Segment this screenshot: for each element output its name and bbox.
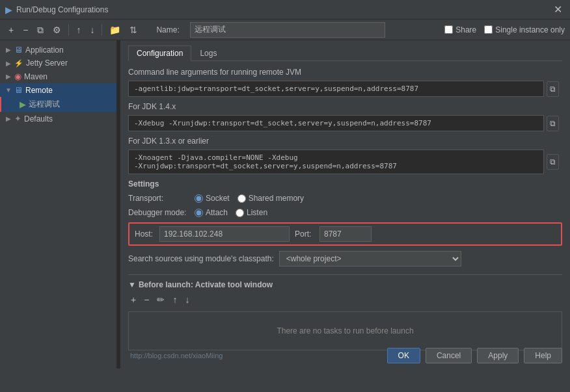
- jdk13-line1: -Xnoagent -Djava.compiler=NONE -Xdebug: [134, 153, 538, 162]
- help-button[interactable]: Help: [524, 348, 562, 363]
- port-label: Port:: [295, 229, 314, 239]
- host-label: Host:: [135, 229, 154, 239]
- move-up-button[interactable]: ↑: [73, 23, 84, 36]
- debugger-mode-radio-group: Attach Listen: [195, 208, 267, 217]
- settings-title: Settings: [128, 179, 562, 189]
- transport-shared-label[interactable]: Shared memory: [238, 194, 304, 203]
- bottom-buttons: OK Cancel Apply Help: [387, 348, 562, 363]
- classpath-select[interactable]: <whole project>: [279, 251, 461, 267]
- jdk14-value: -Xdebug -Xrunjdwp:transport=dt_socket,se…: [128, 115, 544, 131]
- jdk13-row: -Xnoagent -Djava.compiler=NONE -Xdebug -…: [128, 150, 562, 174]
- before-launch-add-button[interactable]: +: [128, 293, 139, 306]
- transport-socket-text: Socket: [206, 194, 230, 203]
- before-launch-toolbar: + − ✏ ↑ ↓: [128, 293, 562, 306]
- close-button[interactable]: ✕: [551, 3, 565, 16]
- debugger-listen-label[interactable]: Listen: [236, 208, 267, 217]
- before-launch-section: ▼ Before launch: Activate tool window + …: [128, 274, 562, 350]
- debugger-listen-text: Listen: [247, 208, 267, 217]
- jdk13-copy-button[interactable]: ⧉: [547, 154, 559, 170]
- cmd-args-title: Command line arguments for running remot…: [128, 68, 562, 77]
- debugger-attach-radio[interactable]: [195, 209, 203, 217]
- sort-button[interactable]: ⇅: [126, 23, 141, 36]
- jdk13-value: -Xnoagent -Djava.compiler=NONE -Xdebug -…: [128, 150, 544, 174]
- name-label: Name:: [156, 25, 179, 34]
- share-label[interactable]: Share: [444, 25, 476, 34]
- settings-config-button[interactable]: ⚙: [49, 23, 64, 36]
- add-config-button[interactable]: +: [5, 23, 17, 36]
- sidebar-item-remote-debug-label: 远程调试: [29, 99, 60, 110]
- folder-button[interactable]: 📁: [106, 23, 124, 36]
- no-tasks-message: There are no tasks to run before launch: [277, 326, 413, 335]
- settings-section: Settings Transport: Socket Shared memory: [128, 179, 562, 267]
- sidebar-item-maven-label: Maven: [24, 72, 48, 81]
- jdk14-row: -Xdebug -Xrunjdwp:transport=dt_socket,se…: [128, 115, 562, 131]
- tree-arrow-maven: ▶: [5, 73, 12, 80]
- jdk13-line2: -Xrunjdwp:transport=dt_socket,server=y,s…: [134, 162, 538, 170]
- jdk13-title: For JDK 1.3.x or earlier: [128, 137, 562, 146]
- debugger-attach-text: Attach: [206, 208, 228, 217]
- before-launch-title-text: Before launch: Activate tool window: [139, 280, 273, 289]
- sidebar-item-application[interactable]: ▶ 🖥 Application: [0, 43, 116, 57]
- transport-shared-radio[interactable]: [238, 194, 246, 203]
- window-title: Run/Debug Configurations: [16, 5, 551, 14]
- no-tasks-area: There are no tasks to run before launch: [128, 311, 562, 350]
- before-launch-up-button[interactable]: ↑: [170, 293, 180, 306]
- defaults-icon: ✦: [14, 114, 21, 124]
- sidebar-item-jetty-label: Jetty Server: [26, 59, 68, 68]
- name-input[interactable]: [190, 22, 385, 38]
- sidebar-item-maven[interactable]: ▶ ◉ Maven: [0, 70, 116, 83]
- debugger-mode-label: Debugger mode:: [128, 208, 187, 217]
- sidebar-item-defaults[interactable]: ▶ ✦ Defaults: [0, 112, 116, 125]
- before-launch-arrow: ▼: [128, 280, 136, 289]
- sidebar-item-remote-label: Remote: [25, 86, 53, 95]
- before-launch-title: ▼ Before launch: Activate tool window: [128, 280, 562, 289]
- share-checkbox[interactable]: [444, 25, 453, 34]
- debugger-listen-radio[interactable]: [236, 209, 244, 217]
- debugger-attach-label[interactable]: Attach: [195, 208, 228, 217]
- tree-arrow-defaults: ▶: [5, 115, 12, 122]
- single-instance-label[interactable]: Single instance only: [484, 25, 565, 34]
- tab-configuration[interactable]: Configuration: [128, 46, 191, 61]
- debugger-mode-row: Debugger mode: Attach Listen: [128, 208, 562, 217]
- before-launch-remove-button[interactable]: −: [141, 293, 152, 306]
- transport-socket-radio[interactable]: [195, 194, 203, 203]
- cmd-args-value: -agentlib:jdwp=transport=dt_socket,serve…: [128, 81, 544, 97]
- ok-button[interactable]: OK: [387, 348, 420, 363]
- share-section: Share Single instance only: [444, 25, 565, 34]
- title-icon: ▶: [5, 5, 12, 15]
- config-tabs: Configuration Logs: [128, 46, 562, 61]
- title-bar: ▶ Run/Debug Configurations ✕: [0, 0, 570, 20]
- classpath-row: Search sources using module's classpath:…: [128, 251, 562, 267]
- port-input[interactable]: [319, 226, 372, 242]
- application-icon: 🖥: [14, 45, 23, 55]
- main-content: ▶ 🖥 Application ▶ ⚡ Jetty Server ▶ ◉ Mav…: [0, 40, 570, 369]
- maven-icon: ◉: [14, 72, 21, 81]
- watermark: http://blog.csdn.net/xiaoMiing: [130, 352, 223, 359]
- host-port-row: Host: Port:: [128, 222, 562, 246]
- cmd-args-copy-button[interactable]: ⧉: [547, 81, 559, 97]
- host-input[interactable]: [159, 226, 290, 242]
- cmd-args-row: -agentlib:jdwp=transport=dt_socket,serve…: [128, 81, 562, 97]
- tab-logs[interactable]: Logs: [191, 46, 225, 61]
- toolbar: + − ⧉ ⚙ ↑ ↓ 📁 ⇅ Name: Share Single insta…: [0, 20, 570, 40]
- apply-button[interactable]: Apply: [477, 348, 519, 363]
- sidebar-item-remote[interactable]: ▼ 🖥 Remote: [0, 83, 116, 97]
- toolbar-separator2: [102, 24, 102, 36]
- sidebar-item-remote-debug[interactable]: ▶ 远程调试: [0, 97, 116, 112]
- remove-config-button[interactable]: −: [20, 23, 31, 36]
- transport-socket-label[interactable]: Socket: [195, 194, 230, 203]
- sidebar-item-jetty[interactable]: ▶ ⚡ Jetty Server: [0, 57, 116, 70]
- before-launch-edit-button[interactable]: ✏: [154, 293, 167, 306]
- tree-arrow-remote: ▼: [5, 86, 12, 94]
- before-launch-down-button[interactable]: ↓: [182, 293, 192, 306]
- tree-arrow-jetty: ▶: [5, 60, 12, 67]
- transport-shared-text: Shared memory: [249, 194, 304, 203]
- tree-arrow-application: ▶: [5, 46, 12, 53]
- single-instance-checkbox[interactable]: [484, 25, 493, 34]
- jdk14-copy-button[interactable]: ⧉: [547, 116, 559, 131]
- copy-config-button[interactable]: ⧉: [34, 23, 47, 36]
- sidebar-item-defaults-label: Defaults: [24, 114, 53, 124]
- cancel-button[interactable]: Cancel: [426, 348, 472, 363]
- sidebar-item-application-label: Application: [25, 46, 64, 55]
- move-down-button[interactable]: ↓: [87, 23, 98, 36]
